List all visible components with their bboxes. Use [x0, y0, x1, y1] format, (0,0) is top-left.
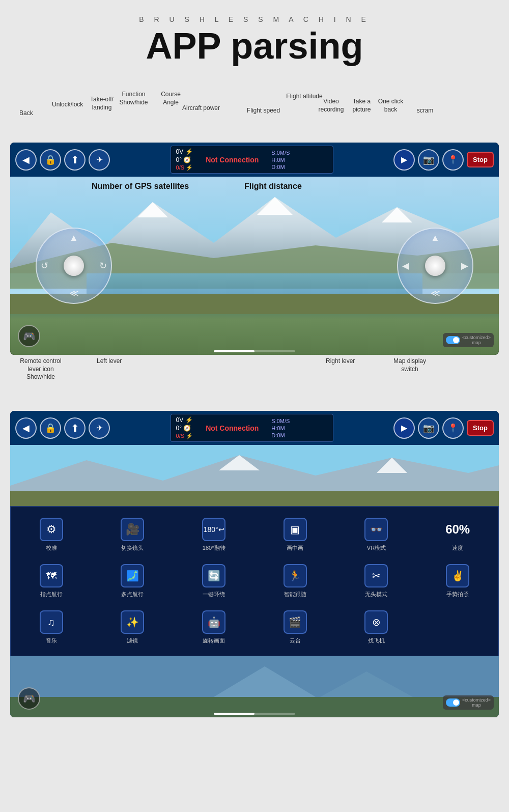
menu-rotate-screen[interactable]: 🤖 旋转画面 [173, 604, 254, 651]
drone-btn[interactable]: ✈ [89, 149, 110, 171]
return-btn-2[interactable]: 📍 [442, 417, 464, 439]
menu-gesture[interactable]: ✌ 手势拍照 [417, 558, 498, 604]
j-up-right: ▲ [431, 233, 440, 243]
menu-find-drone[interactable]: ⊗ 找飞机 [336, 604, 417, 651]
menu-speed[interactable]: 60% 速度 [417, 512, 498, 558]
camera-btn-2[interactable]: 📷 [418, 417, 439, 439]
pip-icon: ▣ [284, 518, 307, 541]
progress-fill-2 [214, 713, 254, 715]
map-switch-2[interactable]: <customized> map [443, 695, 494, 710]
gesture-icon: ✌ [446, 564, 469, 587]
waypoint-label: 指点航行 [40, 591, 63, 598]
map-toggle-dot [453, 337, 459, 343]
back-btn[interactable]: ◀ [15, 149, 37, 171]
center-info-2: 0V ⚡ 0° 🧭 0/S ⚡ Not Connection S:0M/S H:… [171, 414, 333, 442]
ann-back: Back [19, 109, 33, 118]
map-text-1: <customized> [462, 335, 491, 340]
mountain-svg-2 [10, 445, 499, 506]
ann-left-lever: Left lever [97, 357, 122, 366]
takeoff-btn-2[interactable]: ⬆ [64, 417, 86, 439]
progress-bar [214, 350, 295, 352]
progress-fill [214, 350, 254, 352]
function-menu: ⚙ 校准 🎥 切换镜头 180°↩ 180°翻转 ▣ 画中画 👓 VR模 [10, 506, 499, 656]
remote-control-icon-2[interactable]: 🎮 [18, 687, 40, 710]
ann-right-lever: Right lever [326, 357, 355, 366]
camera-btn[interactable]: 📷 [418, 149, 439, 171]
menu-headless[interactable]: ✂ 无头模式 [336, 558, 417, 604]
center-info: 0V ⚡ 0° 🧭 0/S ⚡ Not Connection S:0M/S H:… [171, 146, 333, 174]
main-title: APP parsing [0, 26, 509, 66]
multipoint-label: 多点航行 [121, 591, 144, 598]
remote-control-icon[interactable]: 🎮 [18, 325, 40, 347]
landscape-bg-3: 🎮 <customized> map [10, 656, 499, 717]
calibrate-label: 校准 [46, 544, 57, 552]
menu-gimbal[interactable]: 🎬 云台 [254, 604, 336, 651]
menu-filter[interactable]: ✨ 滤镜 [92, 604, 174, 651]
calibrate-icon: ⚙ [40, 518, 63, 541]
vr-label: VR模式 [367, 544, 386, 552]
voltage: 0V ⚡ [176, 148, 193, 155]
menu-switch-lens[interactable]: 🎥 切换镜头 [92, 512, 174, 558]
ann-flight-speed: Flight speed [242, 107, 285, 115]
video-btn[interactable]: ▶ [393, 149, 415, 171]
gimbal-label: 云台 [290, 637, 301, 645]
map-switch[interactable]: <customized> map [443, 333, 494, 347]
j-right-right: ▶ [461, 260, 468, 271]
stop-btn-2[interactable]: Stop [467, 420, 494, 436]
ann-aircraft-power: Aircraft power [178, 104, 224, 113]
landscape-area-1: Number of GPS satellites Flight distance… [10, 177, 499, 355]
annotations-top: Back Unlock/lock Take-off/landing Functi… [10, 81, 499, 143]
landscape-bg-2 [10, 445, 499, 506]
return-btn[interactable]: 📍 [442, 149, 464, 171]
menu-empty [417, 604, 498, 651]
j-down-left: ≪ [69, 288, 79, 299]
menu-calibrate[interactable]: ⚙ 校准 [11, 512, 92, 558]
speed-icon: 60% [446, 518, 469, 541]
gesture-label: 手势拍照 [446, 591, 469, 598]
map-text-2: map [472, 340, 481, 345]
mountain-svg-3 [10, 656, 499, 717]
headless-label: 无头模式 [365, 591, 387, 598]
menu-music[interactable]: ♫ 音乐 [11, 604, 92, 651]
ann-remote-icon: Remote controllever iconShow/hide [15, 357, 66, 381]
find-drone-label: 找飞机 [368, 637, 385, 645]
menu-follow[interactable]: 🏃 智能跟随 [254, 558, 336, 604]
app-screenshot-1: ◀ 🔒 ⬆ ✈ 0V ⚡ 0° 🧭 0/S ⚡ Not Connection S… [10, 143, 499, 355]
right-btn-group-2: ▶ 📷 📍 Stop [393, 417, 494, 439]
lock-btn-2[interactable]: 🔒 [40, 417, 61, 439]
j-right-left: ↻ [99, 260, 107, 271]
switch-lens-icon: 🎥 [121, 518, 144, 541]
speed-s: S:0M/S [271, 150, 290, 156]
back-btn-2[interactable]: ◀ [15, 417, 37, 439]
app-screenshot-2: ◀ 🔒 ⬆ ✈ 0V ⚡ 0° 🧭 0/S ⚡ Not Connection S… [10, 411, 499, 717]
menu-vr[interactable]: 👓 VR模式 [336, 512, 417, 558]
map-toggle-dot-2 [453, 699, 459, 706]
right-joystick[interactable]: ▲ ≪ ◀ ▶ [397, 228, 473, 304]
speed-d-2: D:0M [271, 432, 290, 438]
map-toggle[interactable] [446, 336, 460, 344]
multipoint-icon: 🗾 [121, 564, 144, 587]
follow-icon: 🏃 [284, 564, 307, 587]
second-app-body: ⚙ 校准 🎥 切换镜头 180°↩ 180°翻转 ▣ 画中画 👓 VR模 [10, 445, 499, 717]
drone-btn-2[interactable]: ✈ [89, 417, 110, 439]
menu-orbit[interactable]: 🔄 一键环绕 [173, 558, 254, 604]
takeoff-btn[interactable]: ⬆ [64, 149, 86, 171]
menu-waypoint[interactable]: 🗺 指点航行 [11, 558, 92, 604]
speed-zero-2: 0/S ⚡ [176, 433, 193, 439]
left-joystick[interactable]: ▲ ≪ ↺ ↻ [36, 228, 112, 304]
menu-multipoint[interactable]: 🗾 多点航行 [92, 558, 174, 604]
subtitle: B R U S H L E S S M A C H I N E [0, 15, 509, 23]
stop-btn[interactable]: Stop [467, 152, 494, 167]
not-connection: Not Connection [198, 148, 266, 171]
map-toggle-2[interactable] [446, 698, 460, 707]
speed-col-2: S:0M/S H:0M D:0M [271, 416, 290, 439]
orbit-label: 一键环绕 [203, 591, 225, 598]
progress-bar-2 [214, 713, 295, 715]
video-btn-2[interactable]: ▶ [393, 417, 415, 439]
ann-scram: scram [412, 107, 438, 115]
lock-btn[interactable]: 🔒 [40, 149, 61, 171]
info-left: 0V ⚡ 0° 🧭 0/S ⚡ [176, 148, 193, 171]
menu-180-flip[interactable]: 180°↩ 180°翻转 [173, 512, 254, 558]
menu-pip[interactable]: ▣ 画中画 [254, 512, 336, 558]
ann-function: FunctionShow/hide [115, 91, 153, 106]
